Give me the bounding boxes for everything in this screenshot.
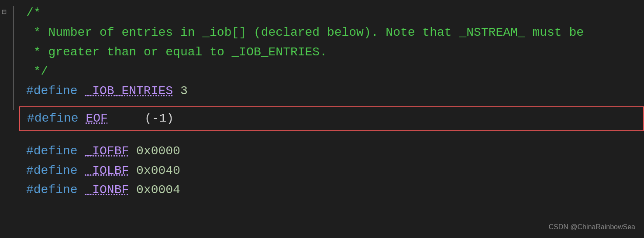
line-3: * greater than or equal to _IOB_ENTRIES. (19, 43, 644, 62)
line-1: /* (19, 3, 644, 23)
macro-iob-entries: _IOB_ENTRIES (85, 82, 173, 101)
line-2: * Number of entries in _iob[] (declared … (19, 23, 644, 43)
comment-line-3: * greater than or equal to _IOB_ENTRIES. (26, 43, 327, 62)
keyword-define-eof: #define (27, 109, 79, 129)
line-4: */ (19, 62, 644, 82)
comment-open: /* (26, 3, 41, 23)
keyword-define-1: #define (26, 82, 78, 101)
value-iolbf: 0x0040 (136, 161, 180, 181)
keyword-define-iofbf: #define (26, 142, 78, 161)
line-5: #define _IOB_ENTRIES 3 (19, 82, 644, 101)
value-eof: (-1) (145, 109, 174, 129)
comment-line-2: * Number of entries in _iob[] (declared … (26, 23, 584, 43)
macro-iofbf: _IOFBF (85, 142, 129, 161)
keyword-define-ionbf: #define (26, 180, 78, 200)
code-lines: /* * Number of entries in _iob[] (declar… (16, 3, 644, 200)
code-editor: ⊟ /* * Number of entries in _iob[] (decl… (0, 0, 644, 238)
value-3: 3 (180, 82, 188, 101)
line-12: #define _IONBF 0x0004 (19, 180, 644, 200)
keyword-define-iolbf: #define (26, 161, 78, 181)
comment-close: */ (26, 62, 48, 82)
line-10: #define _IOFBF 0x0000 (19, 142, 644, 161)
fold-line (13, 6, 14, 110)
value-iofbf: 0x0000 (136, 142, 180, 161)
line-7-selected: #define EOF (-1) (19, 106, 644, 131)
macro-ionbf: _IONBF (85, 180, 129, 200)
value-ionbf: 0x0004 (136, 180, 180, 200)
line-6 (19, 101, 644, 105)
line-8 (19, 133, 644, 139)
macro-iolbf: _IOLBF (85, 161, 129, 181)
fold-icon[interactable]: ⊟ (2, 6, 7, 19)
line-11: #define _IOLBF 0x0040 (19, 161, 644, 181)
macro-eof: EOF (86, 109, 107, 129)
gutter: ⊟ (0, 0, 16, 238)
watermark: CSDN @ChinaRainbowSea (548, 221, 635, 233)
